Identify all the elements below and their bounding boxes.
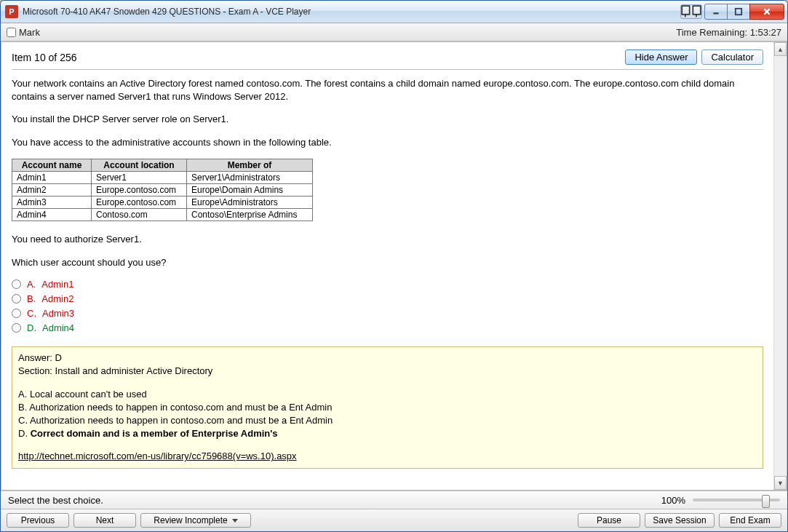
option-text: Admin1	[41, 279, 73, 290]
question-p5: Which user account should you use?	[12, 256, 763, 269]
question-p4: You need to authorize Server1.	[12, 233, 763, 246]
instruction-text: Select the best choice.	[8, 495, 103, 506]
time-remaining: Time Remaining: 1:53:27	[676, 27, 781, 38]
table-header: Account name	[12, 159, 92, 172]
previous-button[interactable]: Previous	[7, 513, 69, 528]
option-radio[interactable]	[12, 294, 21, 303]
window-title: Microsoft 70-410 AK47 Snowden 429 QUESTI…	[23, 7, 680, 17]
hide-answer-button[interactable]: Hide Answer	[625, 49, 697, 65]
window-controls	[705, 4, 784, 20]
vertical-scrollbar[interactable]: ▲ ▼	[773, 42, 787, 490]
answer-exp-b: B. Authorization needs to happen in cont…	[18, 401, 757, 414]
close-button[interactable]	[749, 4, 784, 20]
answer-option[interactable]: C.Admin3	[12, 308, 763, 319]
option-text: Admin2	[41, 293, 73, 304]
mark-checkbox[interactable]: Mark	[7, 27, 40, 38]
table-cell: Europe.contoso.com	[92, 196, 187, 209]
option-letter: C.	[27, 308, 36, 319]
review-incomplete-button[interactable]: Review Incomplete	[140, 513, 251, 528]
question-p1: Your network contains an Active Director…	[12, 77, 763, 103]
table-row: Admin4Contoso.comContoso\Enterprise Admi…	[12, 209, 313, 221]
table-header: Member of	[187, 159, 313, 172]
option-letter: A.	[27, 279, 36, 290]
minimize-button[interactable]	[704, 4, 728, 20]
answer-option[interactable]: A.Admin1	[12, 279, 763, 290]
reference-link[interactable]: http://technet.microsoft.com/en-us/libra…	[18, 450, 297, 461]
table-cell: Contoso\Enterprise Admins	[187, 209, 313, 221]
chevron-down-icon	[232, 519, 238, 523]
table-cell: Server1	[92, 172, 187, 184]
table-cell: Europe\Domain Admins	[187, 184, 313, 196]
mark-bar: Mark Time Remaining: 1:53:27	[1, 23, 787, 41]
svg-rect-5	[736, 9, 741, 15]
next-button[interactable]: Next	[73, 513, 136, 528]
table-cell: Europe\Administrators	[187, 196, 313, 209]
option-text: Admin3	[42, 308, 74, 319]
content-area: Item 10 of 256 Hide Answer Calculator Yo…	[1, 42, 773, 490]
mark-label: Mark	[19, 27, 40, 38]
answer-exp-a: A. Local account can't be used	[18, 388, 757, 401]
maximize-button[interactable]	[727, 4, 750, 20]
answer-option[interactable]: D.Admin4	[12, 322, 763, 333]
option-radio[interactable]	[12, 309, 21, 318]
answer-section: Section: Install and administer Active D…	[18, 365, 757, 378]
table-cell: Admin3	[12, 196, 92, 209]
save-session-button[interactable]: Save Session	[645, 513, 715, 528]
app-icon: P	[5, 5, 18, 18]
table-row: Admin3Europe.contoso.comEurope\Administr…	[12, 196, 313, 209]
mark-checkbox-input[interactable]	[7, 28, 16, 37]
table-cell: Server1\Administrators	[187, 172, 313, 184]
option-letter: D.	[27, 322, 36, 333]
svg-rect-0	[682, 6, 689, 15]
option-letter: B.	[27, 293, 36, 304]
end-exam-button[interactable]: End Exam	[719, 513, 781, 528]
answer-exp-c: C. Authorization needs to happen in cont…	[18, 414, 757, 427]
answer-option[interactable]: B.Admin2	[12, 293, 763, 304]
divider	[12, 69, 763, 70]
zoom-thumb[interactable]	[762, 495, 770, 508]
content-wrap: Item 10 of 256 Hide Answer Calculator Yo…	[1, 41, 787, 491]
option-radio[interactable]	[12, 323, 21, 333]
question-p2: You install the DHCP Server server role …	[12, 113, 763, 126]
table-cell: Europe.contoso.com	[92, 184, 187, 196]
item-counter: Item 10 of 256	[12, 52, 77, 63]
question-text: Your network contains an Active Director…	[12, 77, 763, 148]
scroll-down-icon[interactable]: ▼	[774, 476, 787, 490]
nav-bar: Previous Next Review Incomplete Pause Sa…	[1, 509, 787, 531]
scroll-up-icon[interactable]: ▲	[774, 42, 787, 56]
zoom-slider[interactable]	[693, 499, 780, 501]
monitor-icon[interactable]	[680, 4, 702, 19]
pause-button[interactable]: Pause	[578, 513, 640, 528]
app-window: P Microsoft 70-410 AK47 Snowden 429 QUES…	[0, 0, 788, 532]
option-text: Admin4	[42, 322, 74, 333]
answer-line: Answer: D	[18, 352, 757, 365]
table-cell: Admin1	[12, 172, 92, 184]
table-header: Account location	[92, 159, 187, 172]
table-cell: Admin4	[12, 209, 92, 221]
table-row: Admin1Server1Server1\Administrators	[12, 172, 313, 184]
titlebar[interactable]: P Microsoft 70-410 AK47 Snowden 429 QUES…	[1, 1, 787, 23]
question-text-2: You need to authorize Server1. Which use…	[12, 233, 763, 269]
answer-explanation: Answer: D Section: Install and administe…	[12, 346, 763, 468]
zoom-percent: 100%	[661, 495, 685, 506]
table-cell: Contoso.com	[92, 209, 187, 221]
table-cell: Admin2	[12, 184, 92, 196]
answer-options: A.Admin1B.Admin2C.Admin3D.Admin4	[12, 279, 763, 333]
accounts-table: Account name Account location Member of …	[12, 159, 313, 221]
calculator-button[interactable]: Calculator	[701, 49, 763, 65]
table-row: Admin2Europe.contoso.comEurope\Domain Ad…	[12, 184, 313, 196]
question-p3: You have access to the administrative ac…	[12, 136, 763, 149]
option-radio[interactable]	[12, 279, 21, 289]
answer-exp-d: D. Correct domain and is a member of Ent…	[18, 427, 757, 440]
status-bar: Select the best choice. 100%	[1, 491, 787, 509]
svg-rect-1	[693, 6, 700, 15]
